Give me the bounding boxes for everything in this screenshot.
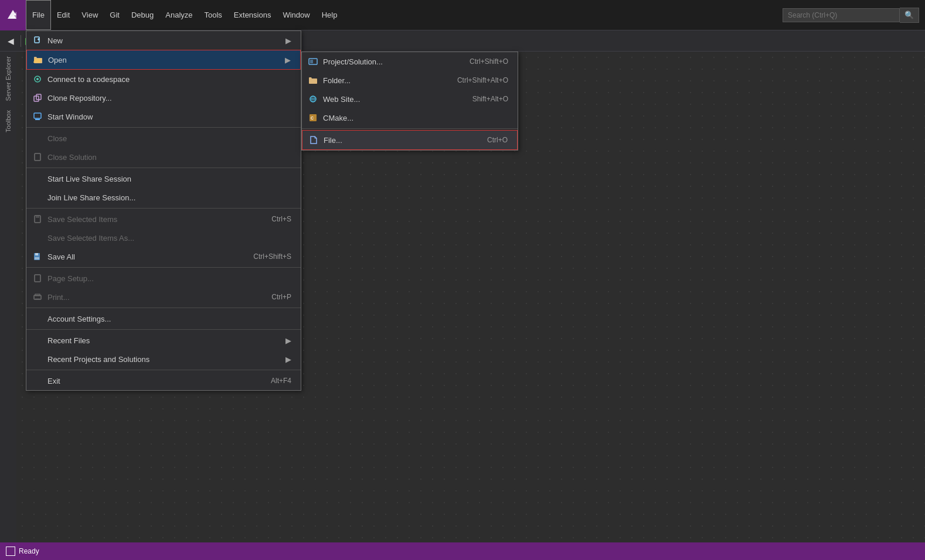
menu-item-clone[interactable]: Clone Repository... (26, 88, 301, 107)
sidebar-left: Server Explorer Toolbox (0, 52, 16, 542)
menu-item-print: Print... Ctrl+P (26, 288, 301, 306)
svg-rect-12 (35, 153, 40, 161)
titlebar: File Edit View Git Debug Analyze Tools E… (0, 0, 925, 30)
svg-rect-17 (35, 257, 39, 259)
menu-item-recent-projects[interactable]: Recent Projects and Solutions ▶ (26, 350, 301, 368)
recent-projects-icon (31, 353, 44, 366)
status-icon (6, 547, 15, 556)
exit-shortcut: Alt+F4 (271, 377, 291, 385)
close-label: Close (47, 134, 291, 143)
save-all-shortcut: Ctrl+Shift+S (253, 252, 291, 261)
sidebar-server-explorer[interactable]: Server Explorer (4, 52, 13, 105)
print-label: Print... (47, 293, 260, 302)
menu-item-account-settings[interactable]: Account Settings... (26, 309, 301, 328)
svg-point-7 (36, 78, 39, 80)
menu-view[interactable]: View (76, 0, 104, 30)
open-folder-icon (32, 53, 45, 66)
website-shortcut: Shift+Alt+O (472, 95, 508, 103)
open-label: Open (48, 56, 285, 64)
project-solution-shortcut: Ctrl+Shift+O (470, 57, 508, 66)
menu-window[interactable]: Window (277, 0, 315, 30)
menu-git[interactable]: Git (104, 0, 125, 30)
menu-edit[interactable]: Edit (51, 0, 76, 30)
svg-rect-21 (35, 298, 40, 300)
menu-item-new[interactable]: New ▶ (26, 31, 301, 50)
folder-icon (307, 74, 319, 87)
sep4 (26, 267, 301, 268)
live-share-start-icon (31, 172, 44, 185)
cmake-label: CMake... (323, 114, 508, 122)
new-icon (31, 34, 44, 47)
menu-file[interactable]: File (26, 0, 51, 30)
project-icon (307, 55, 319, 68)
start-live-share-label: Start Live Share Session (47, 175, 291, 183)
menu-extensions[interactable]: Extensions (228, 0, 277, 30)
menu-item-exit[interactable]: Exit Alt+F4 (26, 371, 301, 390)
menu-item-open[interactable]: Open ▶ (26, 50, 301, 70)
recent-projects-arrow: ▶ (285, 355, 291, 364)
svg-rect-18 (35, 275, 40, 282)
menu-item-page-setup: Page Setup... (26, 269, 301, 288)
svg-text:C: C (311, 116, 314, 120)
close-solution-icon (31, 151, 44, 163)
print-icon (31, 291, 44, 303)
print-shortcut: Ctrl+P (271, 293, 291, 301)
submenu-website[interactable]: Web Site... Shift+Alt+O (302, 90, 518, 108)
menu-item-save-all[interactable]: Save All Ctrl+Shift+S (26, 247, 301, 266)
page-setup-icon (31, 272, 44, 285)
new-label: New (47, 36, 285, 45)
menu-item-close-solution: Close Solution (26, 148, 301, 166)
svg-rect-16 (35, 253, 38, 255)
statusbar: Ready (0, 542, 925, 560)
menu-item-recent-files[interactable]: Recent Files ▶ (26, 331, 301, 350)
exit-label: Exit (47, 377, 259, 385)
search-bar: 🔍 (783, 8, 919, 23)
menu-item-start-live-share[interactable]: Start Live Share Session (26, 169, 301, 188)
menu-item-close: Close (26, 129, 301, 148)
menu-item-connect[interactable]: Connect to a codespace (26, 70, 301, 88)
file-icon (307, 134, 320, 146)
account-icon (31, 312, 44, 325)
recent-files-label: Recent Files (47, 336, 285, 345)
start-window-label: Start Window (47, 112, 291, 121)
cmake-icon: C (307, 111, 319, 124)
search-input[interactable] (783, 8, 900, 22)
recent-projects-label: Recent Projects and Solutions (47, 355, 285, 364)
start-window-icon (31, 110, 44, 123)
connect-label: Connect to a codespace (47, 75, 291, 84)
toolbar-back[interactable]: ◀ (2, 33, 19, 49)
sep7 (26, 370, 301, 370)
new-arrow: ▶ (285, 36, 291, 45)
vs-logo[interactable] (0, 0, 26, 30)
clone-label: Clone Repository... (47, 94, 291, 103)
submenu-project-solution[interactable]: Project/Solution... Ctrl+Shift+O (302, 52, 518, 71)
menu-item-start-window[interactable]: Start Window (26, 107, 301, 126)
submenu-cmake[interactable]: C CMake... (302, 108, 518, 127)
menu-item-save-selected-as: Save Selected Items As... (26, 228, 301, 247)
clone-icon (31, 91, 44, 104)
menu-tools[interactable]: Tools (199, 0, 228, 30)
file-shortcut: Ctrl+O (487, 136, 508, 144)
save-selected-as-icon (31, 231, 44, 244)
project-solution-label: Project/Solution... (323, 57, 458, 66)
submenu-folder[interactable]: Folder... Ctrl+Shift+Alt+O (302, 71, 518, 90)
exit-icon (31, 374, 44, 387)
recent-files-arrow: ▶ (285, 336, 291, 345)
save-selected-icon (31, 213, 44, 226)
menu-bar: File Edit View Git Debug Analyze Tools E… (26, 0, 783, 30)
sidebar-toolbox[interactable]: Toolbox (4, 105, 13, 137)
menu-analyze[interactable]: Analyze (159, 0, 198, 30)
status-text: Ready (19, 547, 39, 555)
search-button[interactable]: 🔍 (900, 8, 919, 23)
file-menu-dropdown: New ▶ Open ▶ Connect to a codespace (26, 30, 301, 391)
menu-help[interactable]: Help (316, 0, 344, 30)
submenu-file[interactable]: File... Ctrl+O (302, 130, 518, 150)
menu-debug[interactable]: Debug (125, 0, 159, 30)
open-arrow: ▶ (285, 56, 291, 64)
sep1 (26, 127, 301, 128)
menu-item-join-live-share[interactable]: Join Live Share Session... (26, 188, 301, 207)
sep6 (26, 329, 301, 330)
sep5 (26, 308, 301, 308)
open-submenu: Project/Solution... Ctrl+Shift+O Folder.… (301, 52, 518, 151)
svg-rect-14 (36, 216, 39, 218)
